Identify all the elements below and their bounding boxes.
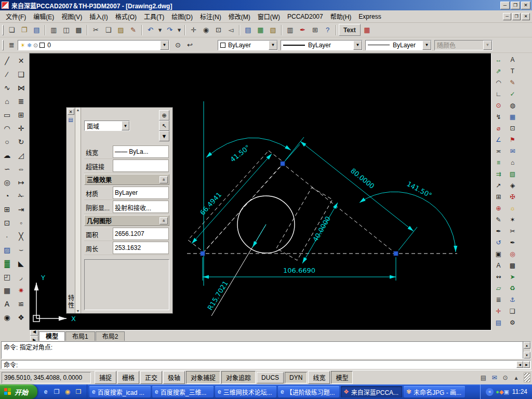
edit-text-tool[interactable]: ✎ (506, 77, 519, 88)
property-value[interactable]: 253.1632 (113, 242, 169, 254)
quick-select-button[interactable]: ▼ (159, 131, 169, 141)
open-button[interactable]: ❐ (18, 24, 30, 36)
etransmit-tool[interactable]: ✉ (506, 145, 519, 156)
settings-tool[interactable]: ⚙ (506, 317, 519, 328)
folder-quicklaunch-icon[interactable]: ❒ (74, 387, 83, 396)
线宽[interactable]: 线宽 (308, 371, 330, 384)
gradient-tool[interactable]: ▓ (1, 257, 14, 270)
mdi-restore-button[interactable]: ❐ (512, 13, 521, 20)
color-combo[interactable]: ByLayer ▼ (218, 40, 278, 50)
task-paint-jpg[interactable]: ✾ 未命名JPG - 画... (404, 386, 465, 397)
捕捉[interactable]: 捕捉 (95, 371, 116, 384)
toolbar-button[interactable] (141, 25, 142, 35)
dim-angular-tool[interactable]: ∠ (492, 134, 505, 145)
maximize-button[interactable]: ❐ (511, 2, 520, 9)
markup-button[interactable]: ✒ (297, 24, 309, 36)
lineweight-combo-arrow[interactable]: ▼ (422, 41, 431, 50)
insert-block-tool[interactable]: ⊞ (1, 203, 14, 216)
arc-tool[interactable]: ◠ (1, 122, 14, 135)
grip-apex[interactable] (281, 162, 285, 166)
dim-aligned-tool[interactable]: ⇗ (492, 65, 505, 76)
toolbar-lock-icon[interactable]: ⊙ (500, 373, 511, 383)
resize-grip[interactable] (524, 373, 530, 382)
select-objects-button[interactable]: ↖ (159, 121, 169, 131)
find-tool[interactable]: ◍ (506, 100, 519, 111)
target-tool[interactable]: ◎ (506, 248, 519, 259)
工具(T)[interactable]: 工具(T) (140, 10, 168, 23)
mtext-tool[interactable]: A (506, 54, 519, 65)
list-tool[interactable]: ≣ (492, 294, 505, 305)
grid-tool[interactable]: ▩ (506, 260, 519, 271)
layer-combo[interactable]: ☀❄⊙ 0 ▼ (18, 40, 169, 50)
offset-tool[interactable]: ≣ (15, 95, 28, 108)
栅格[interactable]: 栅格 (117, 371, 139, 384)
布局1[interactable]: 布局1 (65, 331, 95, 341)
multiline-text-tool[interactable]: A (1, 297, 14, 310)
flag-tool[interactable]: ⚑ (506, 134, 519, 145)
render-tool[interactable]: ☼ (506, 203, 519, 214)
task-pccad[interactable]: ❖ 来自深蓝PCCA... (341, 386, 402, 397)
undo-list-arrow[interactable]: ▾ (157, 24, 163, 36)
ellipse-tool[interactable]: ◎ (1, 176, 14, 189)
toolbar-button[interactable] (184, 25, 185, 35)
property-value[interactable] (113, 159, 169, 172)
make-block-tool[interactable]: ⊡ (1, 216, 14, 229)
修改(M)[interactable]: 修改(M) (225, 10, 254, 23)
detail-table-button[interactable]: ▦ (361, 24, 373, 36)
plot-button[interactable]: ▥ (48, 24, 60, 36)
communication-center-icon[interactable]: ✉ (489, 373, 500, 383)
对象追踪[interactable]: 对象追踪 (221, 371, 256, 384)
zoom-window-button[interactable]: ⊡ (212, 24, 224, 36)
block-editor-tool[interactable]: ⊡ (506, 123, 519, 134)
table-tool[interactable]: ▦ (1, 284, 14, 297)
quick-calc-button[interactable]: ⊞ (309, 24, 321, 36)
distance-tool[interactable]: ↭ (492, 271, 505, 282)
star-tool[interactable]: ✶ (506, 214, 519, 225)
make-object-layer-current-button[interactable]: ⊙ (172, 39, 184, 51)
text-style-tool[interactable]: A (492, 260, 505, 271)
toolbar-button[interactable] (45, 25, 46, 35)
property-value[interactable]: ByLayer (113, 187, 169, 199)
drawing-canvas[interactable]: 41.50° 66.4941 80.0000 141.50° 40.0000 1… (29, 53, 491, 330)
revision-cloud-tool[interactable]: ☁ (1, 149, 14, 162)
ie-quicklaunch-icon[interactable]: e (41, 387, 50, 396)
save-button[interactable]: ▤ (31, 24, 43, 36)
grip-bottom-right[interactable] (394, 251, 398, 256)
paste-button[interactable]: ▨ (115, 24, 127, 36)
插入(I)[interactable]: 插入(I) (86, 10, 111, 23)
视图(V)[interactable]: 视图(V) (58, 10, 86, 23)
dim-edit-tool[interactable]: ✎ (492, 214, 505, 225)
scroll-right-icon[interactable]: ▶ (523, 361, 530, 368)
section-collapse-button[interactable]: » (159, 217, 168, 224)
object-type-combo-arrow[interactable]: ▼ (122, 121, 129, 130)
donut-tool[interactable]: ◉ (1, 311, 14, 324)
lineweight-combo[interactable]: ByLayer ▼ (365, 40, 432, 50)
hatch-tool[interactable]: ▨ (1, 243, 14, 256)
stretch-tool[interactable]: ⇔ (15, 162, 28, 175)
tray-display-icon[interactable]: ▣ (503, 389, 509, 395)
group-tool[interactable]: ❖ (15, 311, 28, 324)
sheet-set-button[interactable]: ▥ (284, 24, 296, 36)
dim-diameter-tool[interactable]: ⌀ (492, 123, 505, 134)
toggle-pickadd-button[interactable]: ⊕ (159, 110, 169, 121)
qnew-button[interactable]: ❏ (6, 24, 18, 36)
break-tool[interactable]: ╳ (15, 230, 28, 243)
region-tool[interactable]: ◰ (1, 270, 14, 283)
dim-arc-length-tool[interactable]: ◠ (492, 77, 505, 88)
color-combo-arrow[interactable]: ▼ (269, 41, 277, 50)
quick-leader-tool[interactable]: ↗ (492, 180, 505, 191)
scroll-up-icon[interactable]: ▲ (524, 342, 530, 349)
single-text-tool[interactable]: T (506, 65, 519, 76)
Express[interactable]: Express (355, 11, 384, 22)
media-player-icon[interactable]: ◉ (63, 387, 72, 396)
block-attr-tool[interactable]: ◈ (506, 180, 519, 191)
tolerance-tool[interactable]: ⊞ (492, 191, 505, 202)
palette-close-button[interactable]: ✕ (68, 109, 74, 115)
ellipse-arc-tool[interactable]: ◔ (1, 189, 14, 202)
properties-button[interactable]: ▤ (242, 24, 254, 36)
格式(O)[interactable]: 格式(O) (112, 10, 140, 23)
帮助(H)[interactable]: 帮助(H) (327, 10, 355, 23)
arrow-tool[interactable]: ➤ (506, 271, 519, 282)
文件(F)[interactable]: 文件(F) (2, 10, 30, 23)
note-tool[interactable]: ❑ (506, 305, 519, 316)
